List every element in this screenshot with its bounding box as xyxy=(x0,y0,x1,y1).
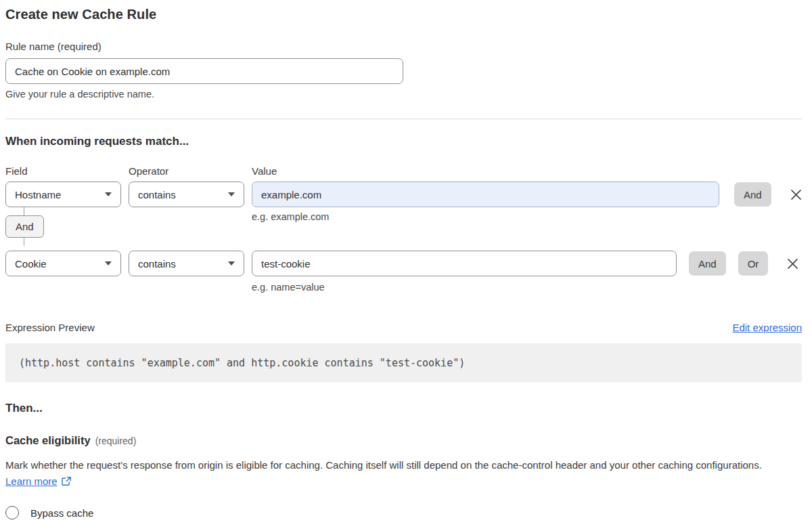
close-icon xyxy=(786,257,799,270)
rule-name-input[interactable] xyxy=(5,58,403,84)
field-select-2[interactable]: Cookie xyxy=(5,251,121,276)
field-select-1[interactable]: Hostname xyxy=(5,182,121,207)
required-note: (required) xyxy=(95,436,137,446)
operator-select-1-value: contains xyxy=(138,189,176,200)
condition-column-labels: Field Operator Value xyxy=(5,165,802,177)
add-and-condition-button-2[interactable]: And xyxy=(689,251,726,276)
field-select-2-value: Cookie xyxy=(15,258,47,270)
value-input-2[interactable] xyxy=(252,251,677,276)
condition-row-2: Cookie contains And Or xyxy=(5,251,802,276)
edit-expression-link[interactable]: Edit expression xyxy=(732,322,802,333)
external-link-icon xyxy=(62,475,72,491)
condition-connector-zone: e.g. example.com And xyxy=(5,207,802,246)
operator-select-2-value: contains xyxy=(138,258,176,270)
radio-option-bypass-cache[interactable]: Bypass cache xyxy=(5,506,802,519)
and-connector-button[interactable]: And xyxy=(5,215,44,238)
condition-row-1: Hostname contains And xyxy=(5,182,802,207)
section-divider xyxy=(5,119,802,119)
field-column-label: Field xyxy=(5,165,129,177)
remove-condition-button-2[interactable] xyxy=(786,257,799,270)
operator-column-label: Operator xyxy=(129,165,252,177)
description-text: Mark whether the request’s response from… xyxy=(5,459,762,471)
create-cache-rule-form: Create new Cache Rule Rule name (require… xyxy=(0,0,812,531)
close-icon xyxy=(790,188,803,201)
bypass-cache-label: Bypass cache xyxy=(30,507,93,519)
remove-condition-button-1[interactable] xyxy=(790,188,803,201)
chevron-down-icon xyxy=(228,192,235,196)
add-and-condition-button-1[interactable]: And xyxy=(734,182,771,207)
cache-eligibility-title: Cache eligibility xyxy=(5,434,91,446)
field-select-1-value: Hostname xyxy=(15,189,61,200)
match-heading: When incoming requests match... xyxy=(5,135,802,148)
operator-select-2[interactable]: contains xyxy=(129,251,244,276)
chevron-down-icon xyxy=(228,261,235,266)
value-column-label: Value xyxy=(252,165,277,177)
cache-eligibility-description: Mark whether the request’s response from… xyxy=(5,457,790,491)
value-input-1[interactable] xyxy=(252,182,719,207)
page-title: Create new Cache Rule xyxy=(5,7,802,22)
expression-preview-label: Expression Preview xyxy=(5,322,95,333)
value-helper-2: e.g. name=value xyxy=(252,282,802,293)
cache-eligibility-heading: Cache eligibility(required) xyxy=(5,434,802,447)
value-helper-1: e.g. example.com xyxy=(252,211,329,222)
add-or-condition-button-2[interactable]: Or xyxy=(738,251,769,276)
chevron-down-icon xyxy=(105,192,112,196)
rule-name-helper: Give your rule a descriptive name. xyxy=(5,89,802,100)
rule-name-label: Rule name (required) xyxy=(5,41,802,52)
expression-header: Expression Preview Edit expression xyxy=(5,322,802,333)
operator-select-1[interactable]: contains xyxy=(129,182,244,207)
radio-unselected-icon[interactable] xyxy=(5,506,19,519)
then-heading: Then... xyxy=(5,402,802,415)
expression-code-block: (http.host contains "example.com" and ht… xyxy=(5,343,802,382)
chevron-down-icon xyxy=(105,261,112,266)
learn-more-link[interactable]: Learn more xyxy=(5,475,58,487)
